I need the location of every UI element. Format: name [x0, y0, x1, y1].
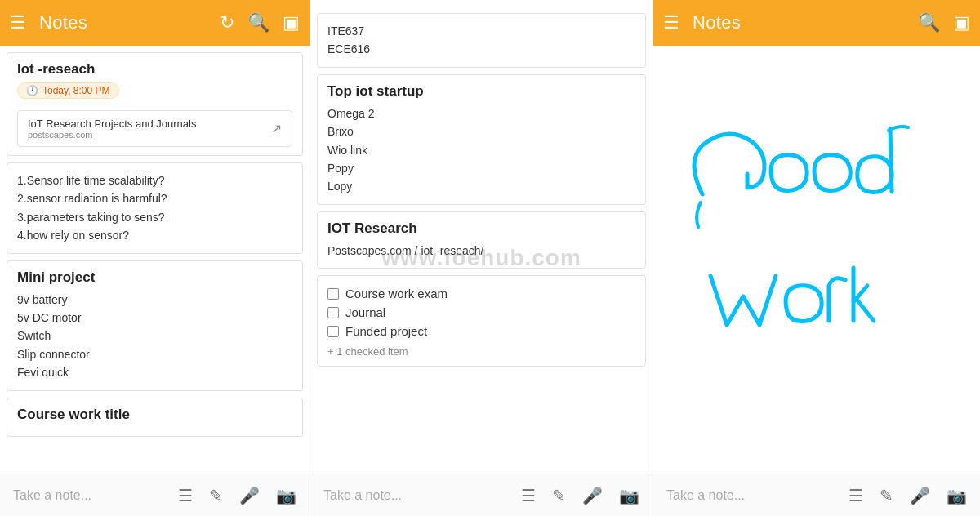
timestamp-text: Today, 8:00 PM — [42, 85, 110, 96]
link-title: IoT Research Projects and Journals — [28, 118, 196, 130]
course-work-card[interactable]: Course work title — [7, 398, 303, 437]
item-switch: Switch — [17, 327, 292, 345]
timestamp-badge: 🕐 Today, 8:00 PM — [17, 82, 119, 99]
question-1: 1.Sensor life time scalability? — [17, 171, 292, 189]
course-codes-card[interactable]: ITE637 ECE616 — [317, 13, 646, 68]
right-title: Notes — [693, 12, 905, 33]
left-list-icon[interactable]: ☰ — [178, 486, 193, 505]
link-card[interactable]: IoT Research Projects and Journals posts… — [17, 110, 292, 147]
startup-omega: Omega 2 — [327, 105, 635, 122]
external-link-icon[interactable]: ↗ — [271, 121, 282, 136]
left-header: ☰ Notes ↻ 🔍 ▣ — [0, 0, 310, 46]
startup-popy: Popy — [327, 159, 635, 177]
right-take-note[interactable]: Take a note... — [666, 488, 849, 503]
left-pencil-icon[interactable]: ✎ — [209, 486, 223, 505]
left-menu-icon[interactable]: ☰ — [10, 12, 26, 33]
middle-camera-icon[interactable]: 📷 — [619, 486, 639, 505]
iot-research-link-title: IOT Research — [327, 220, 635, 237]
question-4: 4.how rely on sensor? — [17, 226, 292, 244]
handwriting-svg — [670, 96, 964, 423]
checkbox-2[interactable] — [327, 307, 339, 318]
iot-research-link-card[interactable]: IOT Research Postscapes.com / iot -resea… — [317, 211, 646, 269]
checklist-item-3: Funded project — [327, 322, 635, 340]
top-iot-items: Omega 2 Brixo Wio link Popy Lopy — [327, 105, 635, 196]
top-iot-title: Top iot startup — [327, 83, 635, 100]
checklist-card[interactable]: Course work exam Journal Funded project … — [317, 275, 646, 367]
checklist-item-2: Journal — [327, 303, 635, 322]
question-3: 3.parameters taking to sens? — [17, 208, 292, 226]
startup-lopy: Lopy — [327, 177, 635, 195]
left-grid-icon[interactable]: ▣ — [283, 12, 300, 33]
question-2: 2.sensor radiation is harmful? — [17, 189, 292, 207]
right-list-icon[interactable]: ☰ — [849, 486, 863, 505]
right-header: ☰ Notes 🔍 ▣ — [653, 0, 980, 46]
right-menu-icon[interactable]: ☰ — [663, 12, 679, 33]
left-camera-icon[interactable]: 📷 — [276, 486, 296, 505]
right-camera-icon[interactable]: 📷 — [947, 486, 967, 505]
right-mic-icon[interactable]: 🎤 — [910, 486, 930, 505]
link-card-left: IoT Research Projects and Journals posts… — [28, 118, 196, 140]
checklist-label-2: Journal — [345, 305, 385, 319]
item-motor: 5v DC motor — [17, 309, 292, 327]
left-bottom-bar: Take a note... ☰ ✎ 🎤 📷 — [0, 474, 310, 516]
middle-pencil-icon[interactable]: ✎ — [552, 486, 566, 505]
item-slip-connector: Slip connector — [17, 345, 292, 363]
middle-bottom-icons: ☰ ✎ 🎤 📷 — [521, 486, 639, 505]
iot-research-title: Iot -reseach — [17, 61, 292, 78]
questions-text: 1.Sensor life time scalability? 2.sensor… — [17, 171, 292, 245]
checklist-item-1: Course work exam — [327, 284, 635, 303]
left-bottom-icons: ☰ ✎ 🎤 📷 — [178, 486, 296, 505]
mini-project-card[interactable]: Mini project 9v battery 5v DC motor Swit… — [7, 260, 303, 391]
middle-list-icon[interactable]: ☰ — [521, 486, 536, 505]
code-ite637: ITE637 — [327, 22, 635, 40]
startup-brixo: Brixo — [327, 122, 635, 140]
checklist-label-1: Course work exam — [345, 287, 448, 300]
checkbox-1[interactable] — [327, 288, 339, 300]
iot-research-url: Postscapes.com / iot -reseach/ — [327, 242, 635, 260]
checked-count: + 1 checked item — [327, 345, 635, 358]
middle-take-note[interactable]: Take a note... — [323, 488, 521, 503]
left-title: Notes — [39, 12, 207, 33]
middle-content: ITE637 ECE616 Top iot startup Omega 2 Br… — [310, 0, 653, 474]
checkbox-3[interactable] — [327, 326, 339, 337]
iot-research-card[interactable]: Iot -reseach 🕐 Today, 8:00 PM IoT Resear… — [7, 52, 303, 156]
middle-mic-icon[interactable]: 🎤 — [582, 486, 603, 505]
right-pencil-icon[interactable]: ✎ — [880, 486, 893, 505]
handwriting-area — [653, 46, 980, 474]
mini-project-items: 9v battery 5v DC motor Switch Slip conne… — [17, 291, 292, 382]
left-take-note[interactable]: Take a note... — [13, 488, 178, 503]
questions-card[interactable]: 1.Sensor life time scalability? 2.sensor… — [7, 162, 303, 254]
right-panel: ☰ Notes 🔍 ▣ — [653, 0, 980, 516]
left-content: Iot -reseach 🕐 Today, 8:00 PM IoT Resear… — [0, 46, 310, 474]
checklist-label-3: Funded project — [345, 324, 427, 338]
left-mic-icon[interactable]: 🎤 — [239, 486, 260, 505]
middle-panel: ITE637 ECE616 Top iot startup Omega 2 Br… — [310, 0, 653, 516]
top-iot-card[interactable]: Top iot startup Omega 2 Brixo Wio link P… — [317, 74, 646, 205]
left-search-icon[interactable]: 🔍 — [247, 12, 270, 33]
link-url: postscapes.com — [28, 130, 196, 140]
right-bottom-bar: Take a note... ☰ ✎ 🎤 📷 — [653, 474, 980, 516]
middle-bottom-bar: Take a note... ☰ ✎ 🎤 📷 — [310, 474, 653, 516]
clock-icon: 🕐 — [26, 85, 38, 96]
right-bottom-icons: ☰ ✎ 🎤 📷 — [849, 486, 967, 505]
left-panel: ☰ Notes ↻ 🔍 ▣ Iot -reseach 🕐 Today, 8:00… — [0, 0, 310, 516]
code-ece616: ECE616 — [327, 40, 635, 58]
item-fevi: Fevi quick — [17, 363, 292, 381]
right-grid-icon[interactable]: ▣ — [953, 12, 970, 33]
left-refresh-icon[interactable]: ↻ — [220, 12, 234, 33]
course-codes-text: ITE637 ECE616 — [327, 22, 635, 59]
mini-project-title: Mini project — [17, 269, 292, 286]
startup-wio: Wio link — [327, 141, 635, 159]
course-work-title: Course work title — [17, 407, 292, 423]
right-search-icon[interactable]: 🔍 — [918, 12, 940, 33]
item-battery: 9v battery — [17, 291, 292, 309]
